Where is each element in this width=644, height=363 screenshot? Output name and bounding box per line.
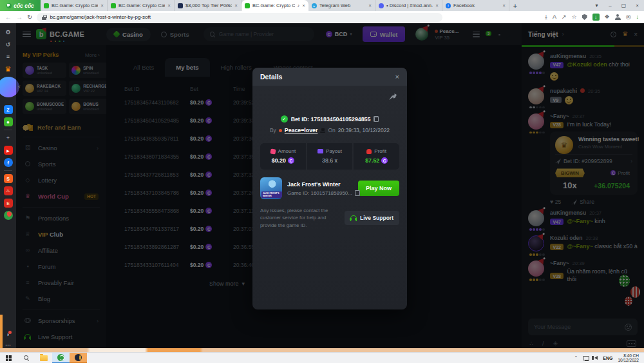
coccoc-taskbar-icon[interactable] xyxy=(52,353,70,363)
facebook-icon[interactable]: f xyxy=(4,158,13,167)
bcgame-favicon xyxy=(245,3,250,8)
browser-toolbar: ← → ↻ bc.game/game/jack-frost-s-winter-b… xyxy=(0,11,644,23)
bookmark-star-icon[interactable]: ☆ xyxy=(571,14,576,20)
forward-icon[interactable]: → xyxy=(16,14,23,21)
pgsoft-favicon xyxy=(178,3,183,8)
sports-app-icon[interactable] xyxy=(4,211,13,220)
history-icon[interactable]: ↺ xyxy=(4,40,13,49)
close-window-button[interactable]: × xyxy=(630,0,644,11)
player-name-link[interactable]: Peace=lover xyxy=(285,127,318,133)
minimize-button[interactable]: – xyxy=(603,0,617,11)
tab-title: BC.Game: Crypto Casino xyxy=(118,3,165,8)
video-app-icon[interactable]: ♨ xyxy=(4,186,13,195)
e-app-icon[interactable]: E xyxy=(4,199,13,208)
url-text[interactable]: bc.game/game/jack-frost-s-winter-by-pg-s… xyxy=(50,14,151,20)
notifications-bell-icon[interactable]: ◗ xyxy=(6,331,10,338)
browser-tab-active[interactable]: BC.Game: Crypto Ca...♪× xyxy=(242,0,308,11)
browser-tab[interactable]: $8,000 Top Tier PGSoft M...× xyxy=(175,0,242,11)
browser-tab[interactable]: BC.Game: Crypto Casino× xyxy=(108,0,175,11)
discord-favicon xyxy=(379,3,384,8)
facebook-favicon: f xyxy=(446,3,451,8)
save-page-icon[interactable]: ⤓ xyxy=(545,14,547,20)
tab-close-icon[interactable]: × xyxy=(368,3,372,8)
close-modal-icon[interactable]: × xyxy=(395,73,399,81)
system-tray: ⌃ ENG 8:40 CH 10/12/2022 xyxy=(574,353,644,363)
profit-stat: Profit $7.52 xyxy=(354,143,399,170)
back-icon[interactable]: ← xyxy=(5,14,12,21)
tab-close-icon[interactable]: × xyxy=(502,3,506,8)
telegram-favicon: ▸ xyxy=(312,3,317,8)
browser-tab[interactable]: • Discord | #mod-ann...× xyxy=(375,0,442,11)
tab-close-icon[interactable]: × xyxy=(435,3,439,8)
shop-icon[interactable]: S xyxy=(4,174,13,183)
game-thumbnail[interactable] xyxy=(260,177,282,199)
sidebar-bottom: ◗ ⋯ xyxy=(4,331,13,349)
file-explorer-icon[interactable] xyxy=(35,353,52,363)
adblock-icon[interactable]: ↓ xyxy=(592,14,600,21)
add-shortcut-icon[interactable]: + xyxy=(4,133,13,142)
modal-title: Details xyxy=(260,73,282,81)
coccoc-sidebar: ⚙ ↺ ≡ ♛ ⚡ Z ● + ▶ f S ♨ E ◗ ⋯ xyxy=(0,23,16,352)
tab-close-icon[interactable]: × xyxy=(167,3,171,8)
tab-search-icon[interactable]: ▾ xyxy=(590,0,603,11)
browser-tab[interactable]: BC.Game: Crypto Casino× xyxy=(41,0,108,11)
lock-icon[interactable] xyxy=(42,15,46,20)
support-note: Any issues, please contact the customer … xyxy=(260,207,339,229)
games-icon[interactable]: ● xyxy=(4,117,13,126)
browser-tab-strip: cốc cốc BC.Game: Crypto Casino× BC.Game:… xyxy=(0,0,644,11)
avatar-icon[interactable]: ◎ xyxy=(626,14,631,20)
window-controls: ▾ – ▢ × xyxy=(590,0,644,11)
new-tab-button[interactable]: + xyxy=(509,0,521,11)
downloads-icon[interactable]: ↓ xyxy=(636,14,639,20)
clock-time: 8:40 CH xyxy=(623,353,639,358)
coccoc-logo: cốc cốc xyxy=(0,0,41,11)
extensions-icon[interactable]: ❖ xyxy=(605,14,610,20)
crown-icon[interactable]: ♛ xyxy=(4,64,13,74)
coccoc-logo-icon xyxy=(6,3,12,8)
hidden-icons-chevron[interactable]: ⌃ xyxy=(574,355,578,360)
play-now-button[interactable]: Play Now xyxy=(358,181,399,196)
profile-icon[interactable] xyxy=(615,14,621,20)
browser-tab[interactable]: fFacebook× xyxy=(442,0,509,11)
share-icon[interactable]: ↗ xyxy=(562,14,567,20)
browser-brand-label: cốc cốc xyxy=(14,3,34,9)
on-label: On xyxy=(328,127,335,133)
tab-audio-icon[interactable]: ♪ xyxy=(298,3,300,8)
copy-icon[interactable] xyxy=(355,190,360,196)
youtube-icon[interactable]: ▶ xyxy=(4,146,13,155)
taskbar-search-icon[interactable] xyxy=(17,353,35,363)
reading-list-icon[interactable]: ≡ xyxy=(4,52,13,61)
toolbar-icons: ⤓ A ↗ ☆ ↓ ❖ ◎ ↓ xyxy=(545,14,639,21)
copy-icon[interactable] xyxy=(374,116,379,122)
shield-icon[interactable] xyxy=(582,14,587,20)
live-support-button[interactable]: Live Support xyxy=(345,211,399,225)
crab-icon xyxy=(279,129,282,132)
tab-close-icon[interactable]: × xyxy=(234,3,238,8)
modal-bet-id: Bet ID: 1751834504105294855 xyxy=(291,116,371,123)
maximize-button[interactable]: ▢ xyxy=(617,0,630,11)
reload-icon[interactable]: ↻ xyxy=(27,14,32,21)
tab-title: BC.Game: Crypto Casino xyxy=(52,3,98,8)
address-bar[interactable]: bc.game/game/jack-frost-s-winter-by-pg-s… xyxy=(37,13,442,22)
orange-window-edge-left xyxy=(0,315,3,348)
settings-gear-icon[interactable]: ⚙ xyxy=(4,28,13,37)
tab-title: BC.Game: Crypto Ca... xyxy=(252,3,295,8)
amount-stat: Amount $0.20 xyxy=(260,143,306,170)
modal-header: Details × xyxy=(252,68,407,86)
tab-close-icon[interactable]: × xyxy=(100,3,104,8)
keyboard-language[interactable]: ENG xyxy=(603,356,612,360)
taskbar-clock[interactable]: 8:40 CH 10/12/2022 xyxy=(618,353,639,363)
share-icon[interactable] xyxy=(389,93,397,100)
tab-close-icon[interactable]: × xyxy=(302,3,305,8)
speaker-icon[interactable] xyxy=(594,356,598,360)
translate-icon[interactable]: A xyxy=(553,14,556,20)
network-icon[interactable] xyxy=(583,356,589,360)
tab-title: $8,000 Top Tier PGSoft M... xyxy=(185,3,232,8)
start-button[interactable] xyxy=(0,353,17,363)
browser-tab[interactable]: ▸Telegram Web× xyxy=(308,0,375,11)
highlighted-app-icon[interactable] xyxy=(70,353,87,363)
zalo-icon[interactable]: Z xyxy=(4,105,13,114)
bet-datetime: 20:39:33, 10/12/2022 xyxy=(338,127,390,133)
bet-details-modal: Details × ✓ Bet ID: 1751834504105294855 … xyxy=(252,68,407,309)
top-hat-icon xyxy=(320,128,325,133)
